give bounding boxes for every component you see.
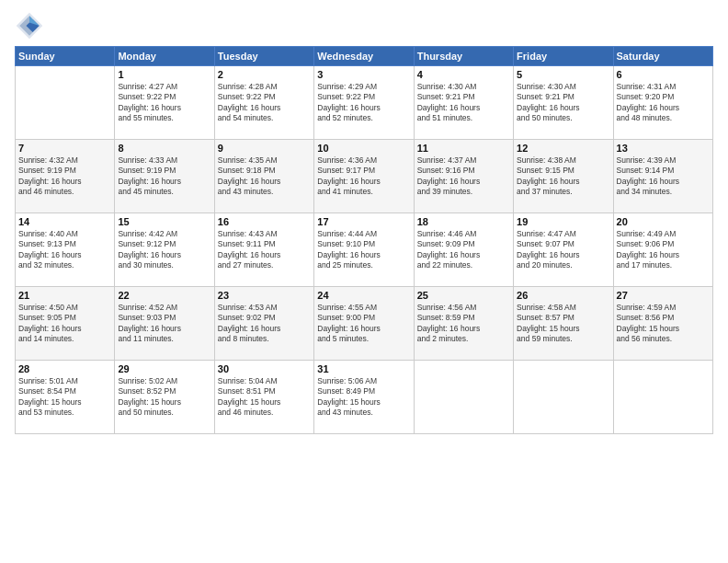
day-details: Sunrise: 4:58 AM Sunset: 8:57 PM Dayligh… — [517, 303, 609, 345]
day-details: Sunrise: 4:53 AM Sunset: 9:02 PM Dayligh… — [218, 303, 311, 345]
day-details: Sunrise: 4:40 AM Sunset: 9:13 PM Dayligh… — [18, 229, 111, 271]
day-number: 11 — [417, 143, 510, 154]
day-details: Sunrise: 4:43 AM Sunset: 9:11 PM Dayligh… — [218, 229, 311, 271]
day-details: Sunrise: 4:47 AM Sunset: 9:07 PM Dayligh… — [517, 229, 609, 271]
week-row-2: 7Sunrise: 4:32 AM Sunset: 9:19 PM Daylig… — [16, 140, 713, 213]
day-number: 7 — [18, 143, 111, 154]
day-number: 17 — [317, 216, 410, 227]
day-number: 16 — [218, 216, 311, 227]
day-number: 2 — [218, 69, 311, 80]
day-header-thursday: Thursday — [414, 47, 513, 66]
calendar-cell: 26Sunrise: 4:58 AM Sunset: 8:57 PM Dayli… — [514, 287, 613, 361]
day-details: Sunrise: 4:44 AM Sunset: 9:10 PM Dayligh… — [317, 229, 410, 271]
calendar-cell: 14Sunrise: 4:40 AM Sunset: 9:13 PM Dayli… — [16, 213, 115, 287]
calendar-cell: 21Sunrise: 4:50 AM Sunset: 9:05 PM Dayli… — [16, 287, 115, 361]
calendar-cell — [414, 361, 513, 434]
calendar-cell: 25Sunrise: 4:56 AM Sunset: 8:59 PM Dayli… — [414, 287, 513, 361]
day-header-friday: Friday — [514, 47, 613, 66]
day-details: Sunrise: 5:06 AM Sunset: 8:49 PM Dayligh… — [317, 376, 410, 419]
day-details: Sunrise: 4:38 AM Sunset: 9:15 PM Dayligh… — [517, 155, 609, 198]
day-details: Sunrise: 4:37 AM Sunset: 9:16 PM Dayligh… — [417, 155, 510, 198]
calendar-cell: 6Sunrise: 4:31 AM Sunset: 9:20 PM Daylig… — [613, 66, 712, 140]
day-number: 18 — [417, 216, 510, 227]
day-details: Sunrise: 4:50 AM Sunset: 9:05 PM Dayligh… — [18, 303, 111, 345]
page: SundayMondayTuesdayWednesdayThursdayFrid… — [0, 0, 728, 563]
day-number: 25 — [417, 290, 510, 301]
week-row-1: 1Sunrise: 4:27 AM Sunset: 9:22 PM Daylig… — [16, 66, 713, 140]
header-row: SundayMondayTuesdayWednesdayThursdayFrid… — [16, 47, 713, 66]
calendar-cell: 13Sunrise: 4:39 AM Sunset: 9:14 PM Dayli… — [613, 140, 712, 213]
calendar-cell: 18Sunrise: 4:46 AM Sunset: 9:09 PM Dayli… — [414, 213, 513, 287]
calendar-cell: 24Sunrise: 4:55 AM Sunset: 9:00 PM Dayli… — [314, 287, 414, 361]
day-details: Sunrise: 4:30 AM Sunset: 9:21 PM Dayligh… — [517, 82, 609, 124]
day-number: 15 — [118, 216, 210, 227]
day-number: 19 — [517, 216, 609, 227]
day-details: Sunrise: 4:56 AM Sunset: 8:59 PM Dayligh… — [417, 303, 510, 345]
day-number: 31 — [317, 363, 410, 374]
calendar-cell: 10Sunrise: 4:36 AM Sunset: 9:17 PM Dayli… — [314, 140, 414, 213]
day-details: Sunrise: 5:04 AM Sunset: 8:51 PM Dayligh… — [218, 376, 311, 419]
calendar-cell: 28Sunrise: 5:01 AM Sunset: 8:54 PM Dayli… — [16, 361, 115, 434]
week-row-3: 14Sunrise: 4:40 AM Sunset: 9:13 PM Dayli… — [16, 213, 713, 287]
calendar-cell: 31Sunrise: 5:06 AM Sunset: 8:49 PM Dayli… — [314, 361, 414, 434]
calendar-cell: 4Sunrise: 4:30 AM Sunset: 9:21 PM Daylig… — [414, 66, 513, 140]
day-details: Sunrise: 5:02 AM Sunset: 8:52 PM Dayligh… — [118, 376, 210, 419]
day-number: 1 — [118, 69, 210, 80]
day-number: 3 — [317, 69, 410, 80]
day-number: 9 — [218, 143, 311, 154]
day-number: 23 — [218, 290, 311, 301]
day-details: Sunrise: 4:30 AM Sunset: 9:21 PM Dayligh… — [417, 82, 510, 124]
day-number: 27 — [617, 290, 710, 301]
calendar-cell: 3Sunrise: 4:29 AM Sunset: 9:22 PM Daylig… — [314, 66, 414, 140]
day-details: Sunrise: 4:39 AM Sunset: 9:14 PM Dayligh… — [617, 155, 710, 198]
day-number: 28 — [18, 363, 111, 374]
calendar-cell: 9Sunrise: 4:35 AM Sunset: 9:18 PM Daylig… — [214, 140, 313, 213]
calendar-cell: 16Sunrise: 4:43 AM Sunset: 9:11 PM Dayli… — [214, 213, 313, 287]
day-number: 4 — [417, 69, 510, 80]
calendar-cell: 30Sunrise: 5:04 AM Sunset: 8:51 PM Dayli… — [214, 361, 313, 434]
day-details: Sunrise: 4:32 AM Sunset: 9:19 PM Dayligh… — [18, 155, 111, 198]
day-details: Sunrise: 4:55 AM Sunset: 9:00 PM Dayligh… — [317, 303, 410, 345]
day-number: 8 — [118, 143, 210, 154]
calendar-cell: 12Sunrise: 4:38 AM Sunset: 9:15 PM Dayli… — [514, 140, 613, 213]
calendar-cell: 29Sunrise: 5:02 AM Sunset: 8:52 PM Dayli… — [115, 361, 214, 434]
day-number: 21 — [18, 290, 111, 301]
day-details: Sunrise: 5:01 AM Sunset: 8:54 PM Dayligh… — [18, 376, 111, 419]
logo-icon — [15, 11, 44, 40]
calendar-cell: 19Sunrise: 4:47 AM Sunset: 9:07 PM Dayli… — [514, 213, 613, 287]
day-details: Sunrise: 4:33 AM Sunset: 9:19 PM Dayligh… — [118, 155, 210, 198]
calendar-cell: 8Sunrise: 4:33 AM Sunset: 9:19 PM Daylig… — [115, 140, 214, 213]
calendar-cell — [16, 66, 115, 140]
calendar-cell: 1Sunrise: 4:27 AM Sunset: 9:22 PM Daylig… — [115, 66, 214, 140]
day-number: 13 — [617, 143, 710, 154]
calendar-cell: 5Sunrise: 4:30 AM Sunset: 9:21 PM Daylig… — [514, 66, 613, 140]
calendar-cell — [514, 361, 613, 434]
calendar-cell: 2Sunrise: 4:28 AM Sunset: 9:22 PM Daylig… — [214, 66, 313, 140]
day-number: 30 — [218, 363, 311, 374]
day-details: Sunrise: 4:59 AM Sunset: 8:56 PM Dayligh… — [617, 303, 710, 345]
day-details: Sunrise: 4:31 AM Sunset: 9:20 PM Dayligh… — [617, 82, 710, 124]
day-header-tuesday: Tuesday — [214, 47, 313, 66]
day-number: 6 — [617, 69, 710, 80]
calendar-cell: 17Sunrise: 4:44 AM Sunset: 9:10 PM Dayli… — [314, 213, 414, 287]
day-number: 22 — [118, 290, 210, 301]
day-details: Sunrise: 4:46 AM Sunset: 9:09 PM Dayligh… — [417, 229, 510, 271]
calendar-cell: 23Sunrise: 4:53 AM Sunset: 9:02 PM Dayli… — [214, 287, 313, 361]
week-row-5: 28Sunrise: 5:01 AM Sunset: 8:54 PM Dayli… — [16, 361, 713, 434]
day-number: 12 — [517, 143, 609, 154]
day-number: 24 — [317, 290, 410, 301]
calendar-cell: 20Sunrise: 4:49 AM Sunset: 9:06 PM Dayli… — [613, 213, 712, 287]
day-details: Sunrise: 4:27 AM Sunset: 9:22 PM Dayligh… — [118, 82, 210, 124]
day-details: Sunrise: 4:28 AM Sunset: 9:22 PM Dayligh… — [218, 82, 311, 124]
day-header-monday: Monday — [115, 47, 214, 66]
calendar-cell: 15Sunrise: 4:42 AM Sunset: 9:12 PM Dayli… — [115, 213, 214, 287]
day-number: 10 — [317, 143, 410, 154]
calendar-cell: 7Sunrise: 4:32 AM Sunset: 9:19 PM Daylig… — [16, 140, 115, 213]
day-number: 14 — [18, 216, 111, 227]
calendar-table: SundayMondayTuesdayWednesdayThursdayFrid… — [15, 46, 713, 434]
day-details: Sunrise: 4:35 AM Sunset: 9:18 PM Dayligh… — [218, 155, 311, 198]
header — [15, 11, 713, 40]
day-header-saturday: Saturday — [613, 47, 712, 66]
day-number: 5 — [517, 69, 609, 80]
calendar-cell: 27Sunrise: 4:59 AM Sunset: 8:56 PM Dayli… — [613, 287, 712, 361]
